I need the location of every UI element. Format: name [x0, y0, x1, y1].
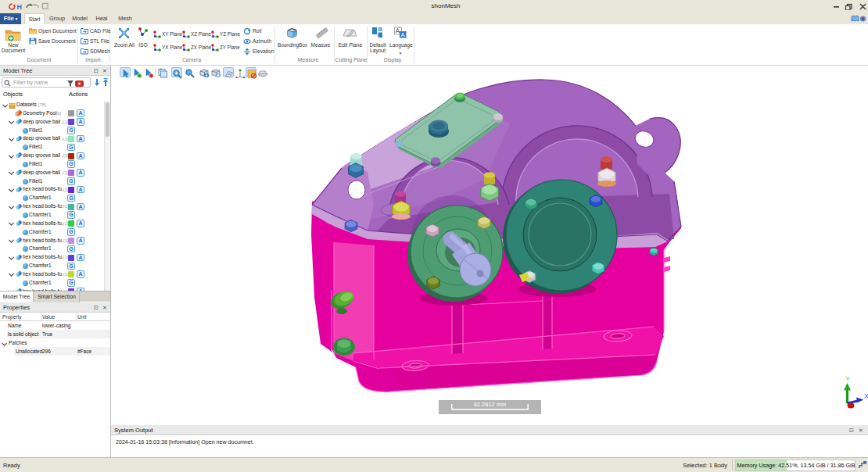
svg-text:X: X [864, 392, 868, 400]
svg-text:A: A [401, 31, 405, 38]
svg-text:Y: Y [845, 375, 850, 383]
